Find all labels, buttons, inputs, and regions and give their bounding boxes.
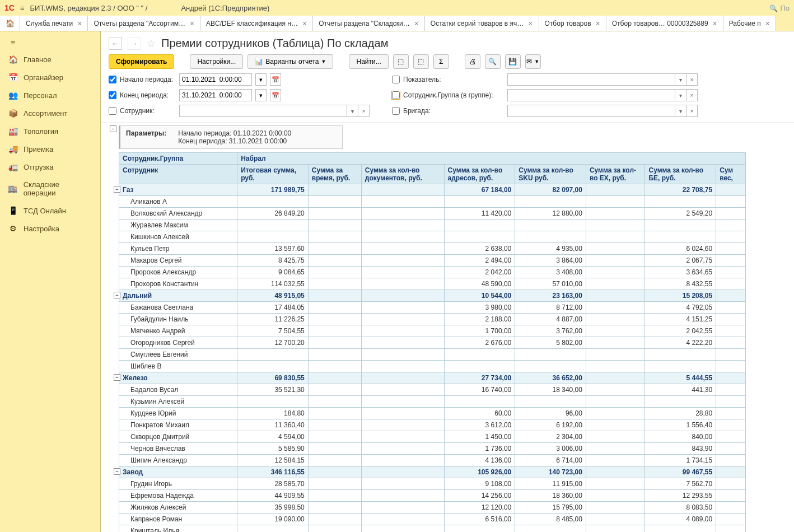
detail-row[interactable]: Скворцов Дмитрий4 594,001 450,002 304,00… bbox=[119, 431, 746, 443]
form-button[interactable]: Сформировать bbox=[109, 54, 174, 69]
group-row[interactable]: −Завод346 116,55105 926,00140 723,0099 4… bbox=[119, 466, 746, 478]
tab[interactable]: ABC/DEF классификация н…× bbox=[200, 16, 313, 31]
group-combo[interactable]: ▾× bbox=[507, 89, 698, 101]
email-icon[interactable]: ✉ ▼ bbox=[525, 54, 541, 69]
tab[interactable]: Отбор товаров× bbox=[539, 16, 606, 31]
tab[interactable]: Служба печати× bbox=[20, 16, 88, 31]
detail-row[interactable]: Губайдулин Наиль11 226,252 188,004 887,0… bbox=[119, 314, 746, 325]
group-row[interactable]: −Железо69 830,5527 734,0036 652,005 444,… bbox=[119, 372, 746, 384]
detail-row[interactable]: Понкратов Михаил11 360,403 612,006 192,0… bbox=[119, 419, 746, 431]
detail-row[interactable]: Грудин Игорь28 585,709 108,0011 915,007 … bbox=[119, 478, 746, 490]
detail-row[interactable]: Чернов Вячеслав5 585,901 736,003 006,008… bbox=[119, 443, 746, 455]
group-toggle-icon[interactable]: − bbox=[114, 468, 120, 475]
sidebar-item[interactable]: 👥Персонал bbox=[0, 86, 100, 104]
close-icon[interactable]: × bbox=[596, 19, 600, 28]
detail-row[interactable]: Огородников Сергей12 700,202 676,005 802… bbox=[119, 337, 746, 349]
start-period-checkbox[interactable] bbox=[109, 76, 116, 83]
detail-row[interactable]: Жиляков Алексей35 998,5012 120,0015 795,… bbox=[119, 502, 746, 514]
group-total-cell bbox=[586, 372, 645, 384]
detail-row[interactable]: Мягченко Андрей7 504,551 700,003 762,002… bbox=[119, 325, 746, 337]
close-icon[interactable]: × bbox=[765, 19, 770, 28]
brigade-combo[interactable]: ▾× bbox=[507, 105, 698, 117]
group-toggle-icon[interactable]: − bbox=[114, 186, 120, 193]
detail-row[interactable]: Шипин Александр12 584,154 136,006 714,00… bbox=[119, 455, 746, 466]
close-icon[interactable]: × bbox=[414, 19, 419, 28]
start-calendar-icon[interactable]: 📅 bbox=[270, 73, 281, 86]
tab[interactable]: Остатки серий товаров в яч…× bbox=[425, 16, 539, 31]
tab[interactable]: Рабочие п× bbox=[723, 16, 776, 31]
detail-row[interactable]: Кишкинов Алексей bbox=[119, 231, 746, 243]
settings-button[interactable]: Настройки... bbox=[190, 54, 243, 69]
start-spin-icon[interactable]: ▾ bbox=[255, 73, 267, 86]
detail-row[interactable]: Ефремова Надежда44 909,5514 256,0018 360… bbox=[119, 490, 746, 502]
collapse-rows-icon[interactable]: ⬚ bbox=[413, 54, 429, 69]
nav-back-button[interactable]: ← bbox=[109, 38, 122, 50]
end-spin-icon[interactable]: ▾ bbox=[255, 89, 267, 101]
employee-combo[interactable]: ▾× bbox=[179, 105, 370, 117]
tab[interactable]: Отчеты раздела "Ассортим…× bbox=[88, 16, 200, 31]
sidebar-item[interactable]: 🏬Складские операции bbox=[0, 176, 100, 202]
collapse-all-toggle[interactable]: − bbox=[110, 125, 116, 132]
group-total-cell bbox=[308, 290, 361, 302]
nav-forward-button[interactable]: → bbox=[128, 38, 141, 50]
detail-row[interactable]: Шиблев В bbox=[119, 361, 746, 372]
close-icon[interactable]: × bbox=[713, 19, 717, 28]
detail-row[interactable]: Бадалов Вусал35 521,3016 740,0018 340,00… bbox=[119, 384, 746, 396]
end-calendar-icon[interactable]: 📅 bbox=[270, 89, 281, 101]
sidebar-item[interactable]: 🚛Отгрузка bbox=[0, 158, 100, 176]
sum-icon[interactable]: Σ bbox=[433, 54, 449, 69]
indicator-combo[interactable]: ▾× bbox=[507, 73, 698, 86]
tab[interactable]: Отбор товаров… 00000325889× bbox=[606, 16, 723, 31]
app-menu-icon[interactable]: ≡ bbox=[20, 4, 25, 12]
detail-row[interactable]: Курдяев Юрий184,8060,0096,0028,80 bbox=[119, 408, 746, 419]
end-period-input[interactable] bbox=[179, 89, 252, 101]
value-cell bbox=[716, 196, 746, 208]
tab[interactable]: Отчеты раздела "Складски…× bbox=[313, 16, 425, 31]
tab-home[interactable]: 🏠 bbox=[0, 16, 20, 31]
value-cell bbox=[515, 396, 586, 408]
find-button[interactable]: Найти... bbox=[349, 54, 388, 69]
group-toggle-icon[interactable]: − bbox=[114, 374, 120, 381]
detail-row[interactable]: Кришталь Илья bbox=[119, 525, 746, 533]
favorite-star-icon[interactable]: ☆ bbox=[147, 38, 156, 50]
group-row[interactable]: −Газ171 989,7567 184,0082 097,0022 708,7… bbox=[119, 184, 746, 196]
preview-icon[interactable]: 🔍 bbox=[485, 54, 501, 69]
sidebar-item[interactable]: 🚚Приемка bbox=[0, 140, 100, 158]
end-period-checkbox[interactable] bbox=[109, 91, 116, 99]
group-checkbox[interactable] bbox=[392, 91, 400, 99]
sidebar-item[interactable]: 📅Органайзер bbox=[0, 68, 100, 86]
employee-checkbox[interactable] bbox=[109, 107, 116, 115]
sidebar-item[interactable]: ⚙Настройка bbox=[0, 220, 100, 237]
detail-row[interactable]: Прохоров Константин114 032,5548 590,0057… bbox=[119, 278, 746, 290]
group-toggle-icon[interactable]: − bbox=[114, 292, 120, 298]
sidebar-item[interactable]: 🏠Главное bbox=[0, 50, 100, 68]
sidebar-item[interactable]: 📱ТСД Онлайн bbox=[0, 202, 100, 220]
brigade-checkbox[interactable] bbox=[392, 107, 400, 115]
detail-row[interactable]: Пророков Александр9 084,652 042,003 408,… bbox=[119, 267, 746, 278]
detail-row[interactable]: Бажанова Светлана17 484,053 980,008 712,… bbox=[119, 302, 746, 314]
print-icon[interactable]: 🖨 bbox=[465, 54, 480, 69]
value-cell bbox=[237, 196, 309, 208]
variants-button[interactable]: 📊Варианты отчета ▼ bbox=[247, 54, 333, 69]
close-icon[interactable]: × bbox=[77, 19, 82, 28]
close-icon[interactable]: × bbox=[302, 19, 307, 28]
detail-row[interactable]: Кузьмин Алексей bbox=[119, 396, 746, 408]
detail-row[interactable]: Макаров Сергей8 425,752 494,003 864,002 … bbox=[119, 255, 746, 267]
detail-row[interactable]: Волховский Александр26 849,2011 420,0012… bbox=[119, 208, 746, 220]
save-icon[interactable]: 💾 bbox=[505, 54, 521, 69]
indicator-checkbox[interactable] bbox=[392, 76, 400, 83]
global-search[interactable]: По bbox=[769, 4, 790, 12]
expand-rows-icon[interactable]: ⬚ bbox=[393, 54, 409, 69]
detail-row[interactable]: Журавлев Максим bbox=[119, 220, 746, 231]
close-icon[interactable]: × bbox=[190, 19, 194, 28]
detail-row[interactable]: Капранов Роман19 090,006 516,008 485,004… bbox=[119, 514, 746, 525]
group-row[interactable]: −Дальний48 915,0510 544,0023 163,0015 20… bbox=[119, 290, 746, 302]
detail-row[interactable]: Аликанов А bbox=[119, 196, 746, 208]
sidebar-item[interactable]: 🏭Топология bbox=[0, 122, 100, 140]
close-icon[interactable]: × bbox=[528, 19, 533, 28]
sidebar-item[interactable]: ≡ bbox=[0, 35, 100, 50]
detail-row[interactable]: Кульев Петр13 597,602 638,004 935,006 02… bbox=[119, 243, 746, 255]
sidebar-item[interactable]: 📦Ассортимент bbox=[0, 104, 100, 122]
start-period-input[interactable] bbox=[179, 73, 252, 86]
detail-row[interactable]: Смуглеев Евгений bbox=[119, 349, 746, 361]
